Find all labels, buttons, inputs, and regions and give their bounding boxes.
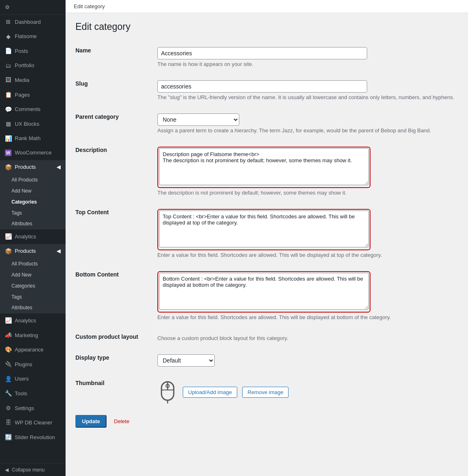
slug-input[interactable] bbox=[157, 80, 367, 93]
remove-image-label: Remove image bbox=[248, 389, 283, 395]
appearance-icon: 🎨 bbox=[5, 346, 11, 354]
analytics-icon-1: 📈 bbox=[5, 233, 11, 241]
sidebar-item-add-new-2[interactable]: Add New bbox=[0, 270, 66, 281]
thumbnail-area: Upload/Add image Remove image bbox=[157, 380, 458, 404]
sidebar-item-all-products-2[interactable]: All Products bbox=[0, 258, 66, 270]
products-submenu: All Products Add New Categories Tags Att… bbox=[0, 175, 66, 229]
sidebar-item-products-2[interactable]: 📦 Products ◀ bbox=[0, 244, 66, 259]
collapse-menu-button[interactable]: ◀ Collapse menu bbox=[0, 463, 66, 476]
sidebar-item-label: Pages bbox=[15, 91, 30, 99]
custom-product-layout-description: Choose a custom product block layout for… bbox=[157, 335, 458, 341]
main-content-area: Edit category Edit category Name The nam… bbox=[66, 0, 468, 476]
bottom-content-textarea[interactable] bbox=[159, 273, 369, 310]
rank-math-icon: 📊 bbox=[5, 135, 11, 143]
sidebar-item-slider-revolution[interactable]: 🔄 Slider Revolution bbox=[0, 430, 66, 445]
sidebar-item-products[interactable]: 📦 Products ◀ bbox=[0, 160, 66, 175]
sidebar-logo: ⚙ bbox=[0, 0, 66, 15]
sidebar-item-label: Tools bbox=[15, 390, 27, 397]
posts-icon: 📄 bbox=[5, 47, 11, 55]
sidebar-item-attributes-2[interactable]: Attributes bbox=[0, 302, 66, 313]
sidebar-item-flatsome[interactable]: ◆ Flatsome bbox=[0, 29, 66, 44]
remove-image-button[interactable]: Remove image bbox=[242, 387, 289, 398]
sidebar-item-rank-math[interactable]: 📊 Rank Math bbox=[0, 131, 66, 146]
display-type-select[interactable]: Default Products Subcategories Both bbox=[157, 354, 215, 367]
products-submenu-2: All Products Add New Categories Tags Att… bbox=[0, 258, 66, 313]
users-icon: 👤 bbox=[5, 375, 11, 383]
sidebar-item-categories-1[interactable]: Categories bbox=[0, 197, 66, 208]
sidebar-item-pages[interactable]: 📋 Pages bbox=[0, 88, 66, 102]
sidebar-item-label: Products bbox=[15, 247, 36, 255]
page-title: Edit category bbox=[75, 21, 458, 32]
sidebar-item-label: Analytics bbox=[15, 233, 36, 240]
upload-add-image-label: Upload/Add image bbox=[188, 389, 232, 395]
comments-icon: 💬 bbox=[5, 106, 11, 114]
bottom-content-note: Enter a value for this field. Shortcodes… bbox=[157, 314, 458, 320]
sidebar-item-dashboard[interactable]: ⊞ Dashboard bbox=[0, 15, 66, 29]
sidebar-item-tags-2[interactable]: Tags bbox=[0, 292, 66, 303]
top-content-note: Enter a value for this field. Shortcodes… bbox=[157, 252, 458, 258]
media-icon: 🖼 bbox=[5, 76, 11, 84]
display-type-label: Display type bbox=[75, 348, 157, 373]
sidebar-item-categories-2[interactable]: Categories bbox=[0, 281, 66, 292]
sidebar-item-comments[interactable]: 💬 Comments bbox=[0, 102, 66, 117]
sidebar-item-posts[interactable]: 📄 Posts bbox=[0, 44, 66, 59]
sidebar-item-users[interactable]: 👤 Users bbox=[0, 372, 66, 387]
sidebar-item-analytics-2[interactable]: 📈 Analytics bbox=[0, 313, 66, 328]
products-expand-icon: ◀ bbox=[57, 163, 61, 171]
sidebar-item-marketing[interactable]: 📣 Marketing bbox=[0, 328, 66, 343]
collapse-label: Collapse menu bbox=[12, 467, 45, 473]
slider-revolution-icon: 🔄 bbox=[5, 433, 11, 442]
sidebar-item-label: Plugins bbox=[15, 361, 32, 368]
bottom-content-highlight bbox=[157, 271, 370, 313]
sidebar-item-label: Posts bbox=[15, 48, 28, 55]
sidebar-item-settings[interactable]: ⚙ Settings bbox=[0, 401, 66, 416]
wp-logo-icon: ⚙ bbox=[5, 4, 10, 10]
flatsome-icon: ◆ bbox=[5, 33, 11, 41]
update-button[interactable]: Update bbox=[75, 415, 107, 428]
form-row-description: Description The description is not promi… bbox=[75, 140, 458, 202]
sidebar-item-plugins[interactable]: 🔌 Plugins bbox=[0, 357, 66, 372]
top-content-textarea[interactable] bbox=[159, 211, 369, 247]
mouse-icon bbox=[159, 381, 176, 403]
thumbnail-image bbox=[157, 380, 178, 404]
settings-icon: ⚙ bbox=[5, 404, 11, 413]
description-textarea[interactable] bbox=[159, 148, 369, 185]
tools-icon: 🔧 bbox=[5, 390, 11, 398]
sidebar-item-portfolio[interactable]: 🗂 Portfolio bbox=[0, 59, 66, 73]
form-row-bottom-content: Bottom Content Enter a value for this fi… bbox=[75, 265, 458, 327]
description-highlight bbox=[157, 147, 370, 188]
upload-add-image-button[interactable]: Upload/Add image bbox=[183, 387, 237, 398]
products-2-expand-icon: ◀ bbox=[57, 247, 61, 255]
sidebar-item-woocommerce[interactable]: W WooCommerce bbox=[0, 146, 66, 160]
categories-label: Categories bbox=[11, 199, 37, 206]
sidebar-item-attributes-1[interactable]: Attributes bbox=[0, 218, 66, 229]
attributes-2-label: Attributes bbox=[11, 304, 32, 311]
slug-description: The "slug" is the URL-friendly version o… bbox=[157, 94, 458, 100]
sidebar-item-all-products-1[interactable]: All Products bbox=[0, 175, 66, 186]
sidebar-item-appearance[interactable]: 🎨 Appearance bbox=[0, 342, 66, 357]
analytics-icon-2: 📈 bbox=[5, 317, 11, 325]
sidebar-item-ux-blocks[interactable]: ▦ UX Blocks bbox=[0, 117, 66, 131]
sidebar-item-add-new-1[interactable]: Add New bbox=[0, 186, 66, 197]
add-new-label: Add New bbox=[11, 188, 32, 195]
breadcrumb: Edit category bbox=[66, 0, 468, 13]
breadcrumb-text: Edit category bbox=[74, 3, 105, 9]
name-input[interactable] bbox=[157, 47, 367, 59]
sidebar-item-tags-1[interactable]: Tags bbox=[0, 208, 66, 219]
woocommerce-icon: W bbox=[5, 150, 11, 156]
sidebar-item-label: Settings bbox=[15, 405, 34, 412]
sidebar-item-label: Users bbox=[15, 375, 29, 383]
form-row-custom-product-layout: Custom product layout Choose a custom pr… bbox=[75, 327, 458, 348]
sidebar-item-media[interactable]: 🖼 Media bbox=[0, 73, 66, 88]
parent-category-select[interactable]: None bbox=[157, 113, 239, 126]
sidebar-item-wp-db-cleaner[interactable]: 🗄 WP DB Cleaner bbox=[0, 415, 66, 430]
pages-icon: 📋 bbox=[5, 91, 11, 99]
sidebar-item-tools[interactable]: 🔧 Tools bbox=[0, 386, 66, 401]
wp-db-cleaner-icon: 🗄 bbox=[5, 419, 11, 427]
sidebar-item-analytics-1[interactable]: 📈 Analytics bbox=[0, 229, 66, 244]
form-row-name: Name The name is how it appears on your … bbox=[75, 41, 458, 74]
sidebar-item-label: Products bbox=[15, 163, 36, 171]
ux-blocks-icon: ▦ bbox=[5, 120, 11, 128]
delete-button[interactable]: Delete bbox=[111, 416, 133, 427]
form-row-thumbnail: Thumbnail bbox=[75, 373, 458, 411]
